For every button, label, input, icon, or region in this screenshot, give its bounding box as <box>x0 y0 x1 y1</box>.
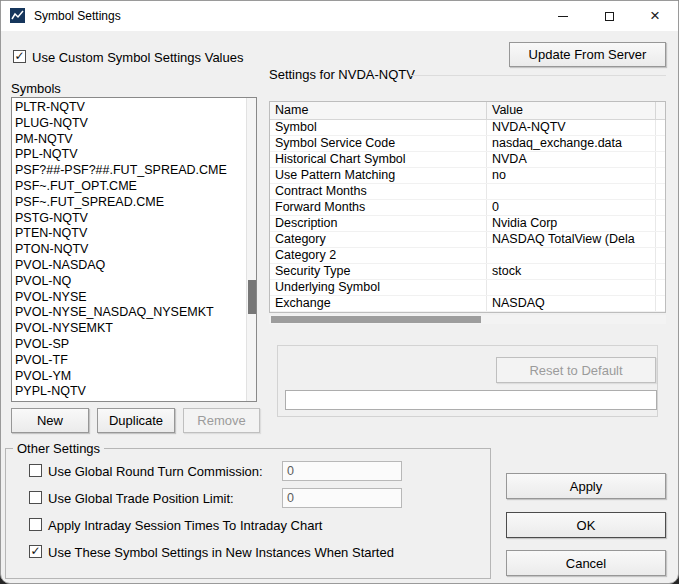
maximize-button[interactable] <box>586 1 632 31</box>
settings-table-body: SymbolNVDA-NQTVSymbol Service Codenasdaq… <box>270 120 665 312</box>
setting-name-cell: Category 2 <box>270 248 487 263</box>
settings-hscrollbar-thumb[interactable] <box>271 316 481 323</box>
symbols-scrollbar[interactable] <box>246 98 256 401</box>
settings-table-row[interactable]: Forward Months0 <box>270 200 665 216</box>
setting-name-cell: Exchange <box>270 296 487 311</box>
setting-value-cell: nasdaq_exchange.data <box>487 136 656 151</box>
settings-hscrollbar[interactable] <box>269 315 666 324</box>
setting-name-cell: Description <box>270 216 487 231</box>
symbol-list-item[interactable]: PYPL-NQTV <box>15 384 244 400</box>
global-trade-position-limit-checkbox[interactable] <box>29 491 42 504</box>
settings-table-row[interactable]: Category 2 <box>270 248 665 264</box>
symbol-list-item[interactable]: PVOL-NYSE <box>15 290 244 306</box>
settings-table-row[interactable]: ExchangeNASDAQ <box>270 296 665 312</box>
global-round-turn-commission-label: Use Global Round Turn Commission: <box>48 464 263 479</box>
setting-name-cell: Category <box>270 232 487 247</box>
symbol-list-item[interactable]: PSF?##-PSF?##.FUT_SPREAD.CME <box>15 163 244 179</box>
setting-value-cell: no <box>487 168 656 183</box>
symbol-list-item[interactable]: PLTR-NQTV <box>15 100 244 116</box>
symbol-list-item[interactable]: PSF~.FUT_OPT.CME <box>15 179 244 195</box>
settings-table-row[interactable]: Underlying Symbol <box>270 280 665 296</box>
use-settings-in-new-instances-label: Use These Symbol Settings in New Instanc… <box>48 545 394 560</box>
symbol-list-item[interactable]: PVOL-NYSE_NASDAQ_NYSEMKT <box>15 305 244 321</box>
setting-value-cell <box>487 280 656 295</box>
settings-table-row[interactable]: CategoryNASDAQ TotalView (Dela <box>270 232 665 248</box>
setting-name-cell: Symbol <box>270 120 487 135</box>
update-from-server-button[interactable]: Update From Server <box>509 42 666 67</box>
setting-value-cell: NVDA <box>487 152 656 167</box>
setting-name-cell: Contract Months <box>270 184 487 199</box>
symbol-list-item[interactable]: PSTG-NQTV <box>15 211 244 227</box>
settings-table-row[interactable]: Contract Months <box>270 184 665 200</box>
other-settings-title: Other Settings <box>13 441 104 456</box>
symbol-list-item[interactable]: PTON-NQTV <box>15 242 244 258</box>
ok-button[interactable]: OK <box>506 512 666 538</box>
column-header-value[interactable]: Value <box>487 102 656 119</box>
minimize-button[interactable] <box>540 1 586 31</box>
setting-name-cell: Underlying Symbol <box>270 280 487 295</box>
global-round-turn-commission-checkbox[interactable] <box>29 464 42 477</box>
column-header-name[interactable]: Name <box>270 102 487 119</box>
titlebar: Symbol Settings × <box>1 1 678 31</box>
settings-title: Settings for NVDA-NQTV <box>269 67 415 82</box>
symbol-list-item[interactable]: PVOL-NQ <box>15 274 244 290</box>
global-round-turn-commission-input[interactable]: 0 <box>282 461 402 481</box>
new-button[interactable]: New <box>11 408 89 433</box>
app-icon <box>10 8 25 23</box>
settings-table-row[interactable]: SymbolNVDA-NQTV <box>270 120 665 136</box>
setting-value-cell: NASDAQ TotalView (Dela <box>487 232 656 247</box>
duplicate-button[interactable]: Duplicate <box>97 408 175 433</box>
apply-intraday-session-times-label: Apply Intraday Session Times To Intraday… <box>48 518 322 533</box>
apply-intraday-session-times-checkbox[interactable] <box>29 518 42 531</box>
apply-button[interactable]: Apply <box>506 473 666 499</box>
minimize-icon <box>558 16 568 17</box>
use-settings-in-new-instances-checkbox[interactable]: ✓ <box>29 545 42 558</box>
settings-table: Name Value SymbolNVDA-NQTVSymbol Service… <box>269 101 666 313</box>
setting-value-cell: 0 <box>487 200 656 215</box>
setting-name-cell: Forward Months <box>270 200 487 215</box>
setting-value-input[interactable] <box>285 390 657 410</box>
symbol-list-item[interactable]: PM-NQTV <box>15 132 244 148</box>
reset-to-default-button[interactable]: Reset to Default <box>496 357 656 383</box>
settings-table-row[interactable]: Use Pattern Matchingno <box>270 168 665 184</box>
use-custom-settings-label: Use Custom Symbol Settings Values <box>32 50 243 65</box>
symbols-label: Symbols <box>11 81 61 96</box>
symbol-list-item[interactable]: PVOL-TF <box>15 353 244 369</box>
global-trade-position-limit-input[interactable]: 0 <box>282 488 402 508</box>
symbol-list-item[interactable]: PVOL-SP <box>15 337 244 353</box>
close-icon: × <box>650 6 660 26</box>
setting-value-cell: stock <box>487 264 656 279</box>
setting-value-cell: NASDAQ <box>487 296 656 311</box>
settings-table-header: Name Value <box>270 102 665 120</box>
settings-table-row[interactable]: DescriptionNvidia Corp <box>270 216 665 232</box>
symbol-list-item[interactable]: PLUG-NQTV <box>15 116 244 132</box>
window-controls: × <box>540 1 678 31</box>
setting-name-cell: Security Type <box>270 264 487 279</box>
symbols-list[interactable]: PLTR-NQTVPLUG-NQTVPM-NQTVPPL-NQTVPSF?##-… <box>11 97 257 402</box>
settings-table-row[interactable]: Symbol Service Codenasdaq_exchange.data <box>270 136 665 152</box>
settings-group-border <box>411 75 666 76</box>
symbols-list-items: PLTR-NQTVPLUG-NQTVPM-NQTVPPL-NQTVPSF?##-… <box>15 100 244 401</box>
symbols-scrollbar-thumb[interactable] <box>248 280 256 314</box>
settings-table-row[interactable]: Security Typestock <box>270 264 665 280</box>
setting-name-cell: Historical Chart Symbol <box>270 152 487 167</box>
symbol-list-item[interactable]: PSF~.FUT_SPREAD.CME <box>15 195 244 211</box>
setting-value-cell: Nvidia Corp <box>487 216 656 231</box>
cancel-button[interactable]: Cancel <box>506 550 666 576</box>
remove-button[interactable]: Remove <box>183 408 260 433</box>
use-custom-settings-checkbox[interactable]: ✓ <box>13 50 26 63</box>
symbol-list-item[interactable]: PVOL-NASDAQ <box>15 258 244 274</box>
setting-name-cell: Symbol Service Code <box>270 136 487 151</box>
symbol-list-item[interactable]: PTEN-NQTV <box>15 226 244 242</box>
maximize-icon <box>605 12 614 21</box>
symbol-list-item[interactable]: PVOL-NYSEMKT <box>15 321 244 337</box>
symbol-list-item[interactable]: PPL-NQTV <box>15 147 244 163</box>
symbol-list-item[interactable]: QGC?##-QGC?##.FUT_SPREAD.COMEX <box>15 400 244 401</box>
close-button[interactable]: × <box>632 1 678 31</box>
window-title: Symbol Settings <box>34 9 121 23</box>
setting-value-cell: NVDA-NQTV <box>487 120 656 135</box>
setting-name-cell: Use Pattern Matching <box>270 168 487 183</box>
symbol-settings-dialog: Symbol Settings × ✓ Use Custom Symbol Se… <box>0 0 679 584</box>
symbol-list-item[interactable]: PVOL-YM <box>15 369 244 385</box>
settings-table-row[interactable]: Historical Chart SymbolNVDA <box>270 152 665 168</box>
